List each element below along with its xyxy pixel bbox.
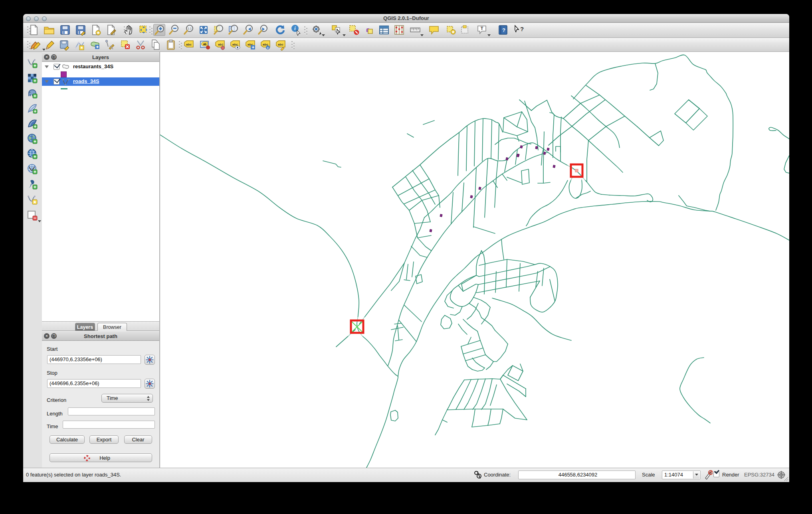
svg-text:ab: ab	[203, 43, 206, 45]
svg-text:?: ?	[520, 26, 524, 32]
svg-text:ab: ab	[218, 43, 222, 46]
svg-text:T: T	[481, 26, 483, 31]
svg-text:abc: abc	[186, 43, 192, 46]
svg-text:abc: abc	[278, 43, 283, 46]
svg-text:?: ?	[502, 27, 505, 33]
svg-text:c: c	[267, 46, 269, 49]
svg-text:1:1: 1:1	[188, 27, 192, 30]
